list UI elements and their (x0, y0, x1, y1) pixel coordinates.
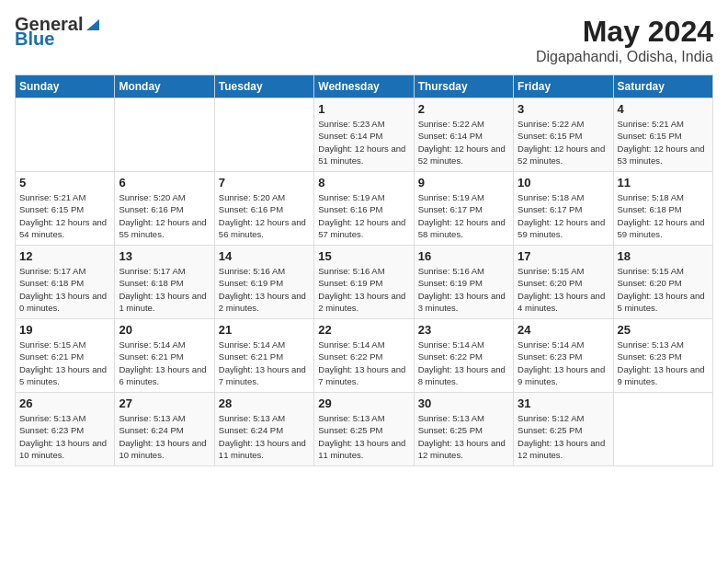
day-cell (214, 98, 313, 172)
week-row-5: 26Sunrise: 5:13 AMSunset: 6:23 PMDayligh… (16, 393, 713, 466)
week-row-2: 5Sunrise: 5:21 AMSunset: 6:15 PMDaylight… (16, 172, 713, 246)
day-cell: 1Sunrise: 5:23 AMSunset: 6:14 PMDaylight… (314, 98, 414, 172)
day-cell: 31Sunrise: 5:12 AMSunset: 6:25 PMDayligh… (514, 393, 613, 466)
day-cell: 25Sunrise: 5:13 AMSunset: 6:23 PMDayligh… (613, 319, 712, 393)
day-number: 3 (518, 102, 609, 116)
logo-blue-text: Blue (15, 29, 101, 48)
day-cell: 4Sunrise: 5:21 AMSunset: 6:15 PMDaylight… (613, 98, 712, 172)
day-cell: 7Sunrise: 5:20 AMSunset: 6:16 PMDaylight… (214, 172, 313, 246)
day-info: Sunrise: 5:13 AMSunset: 6:23 PMDaylight:… (19, 412, 110, 461)
logo: General Blue (15, 15, 101, 48)
day-info: Sunrise: 5:19 AMSunset: 6:16 PMDaylight:… (318, 191, 409, 240)
day-cell (115, 98, 214, 172)
day-cell: 3Sunrise: 5:22 AMSunset: 6:15 PMDaylight… (514, 98, 613, 172)
calendar-header: SundayMondayTuesdayWednesdayThursdayFrid… (16, 75, 713, 98)
title-location: Digapahandi, Odisha, India (536, 49, 713, 65)
day-info: Sunrise: 5:16 AMSunset: 6:19 PMDaylight:… (318, 265, 409, 314)
day-info: Sunrise: 5:13 AMSunset: 6:24 PMDaylight:… (219, 412, 310, 461)
day-cell: 29Sunrise: 5:13 AMSunset: 6:25 PMDayligh… (314, 393, 414, 466)
day-info: Sunrise: 5:21 AMSunset: 6:15 PMDaylight:… (19, 191, 110, 240)
day-number: 31 (518, 396, 609, 410)
day-info: Sunrise: 5:19 AMSunset: 6:17 PMDaylight:… (418, 191, 509, 240)
day-cell: 19Sunrise: 5:15 AMSunset: 6:21 PMDayligh… (16, 319, 115, 393)
header-sunday: Sunday (16, 75, 115, 98)
day-number: 6 (119, 176, 210, 190)
day-number: 13 (119, 249, 210, 263)
day-info: Sunrise: 5:17 AMSunset: 6:18 PMDaylight:… (19, 265, 110, 314)
week-row-4: 19Sunrise: 5:15 AMSunset: 6:21 PMDayligh… (16, 319, 713, 393)
header-thursday: Thursday (414, 75, 513, 98)
day-cell: 17Sunrise: 5:15 AMSunset: 6:20 PMDayligh… (514, 246, 613, 319)
day-number: 16 (418, 249, 509, 263)
header-friday: Friday (514, 75, 613, 98)
day-number: 10 (518, 176, 609, 190)
day-number: 21 (219, 323, 310, 337)
day-cell: 11Sunrise: 5:18 AMSunset: 6:18 PMDayligh… (613, 172, 712, 246)
day-number: 17 (518, 249, 609, 263)
day-info: Sunrise: 5:22 AMSunset: 6:15 PMDaylight:… (518, 118, 609, 167)
day-cell: 28Sunrise: 5:13 AMSunset: 6:24 PMDayligh… (214, 393, 313, 466)
day-info: Sunrise: 5:15 AMSunset: 6:20 PMDaylight:… (618, 265, 709, 314)
day-number: 29 (318, 396, 409, 410)
day-cell: 2Sunrise: 5:22 AMSunset: 6:14 PMDaylight… (414, 98, 513, 172)
day-number: 28 (219, 396, 310, 410)
day-cell: 22Sunrise: 5:14 AMSunset: 6:22 PMDayligh… (314, 319, 414, 393)
day-cell (16, 98, 115, 172)
day-cell: 9Sunrise: 5:19 AMSunset: 6:17 PMDaylight… (414, 172, 513, 246)
day-cell: 14Sunrise: 5:16 AMSunset: 6:19 PMDayligh… (214, 246, 313, 319)
header-tuesday: Tuesday (214, 75, 313, 98)
day-cell: 20Sunrise: 5:14 AMSunset: 6:21 PMDayligh… (115, 319, 214, 393)
day-cell (613, 393, 712, 466)
day-info: Sunrise: 5:22 AMSunset: 6:14 PMDaylight:… (418, 118, 509, 167)
day-info: Sunrise: 5:13 AMSunset: 6:24 PMDaylight:… (119, 412, 210, 461)
day-cell: 8Sunrise: 5:19 AMSunset: 6:16 PMDaylight… (314, 172, 414, 246)
day-cell: 13Sunrise: 5:17 AMSunset: 6:18 PMDayligh… (115, 246, 214, 319)
day-info: Sunrise: 5:14 AMSunset: 6:23 PMDaylight:… (518, 339, 609, 387)
day-cell: 26Sunrise: 5:13 AMSunset: 6:23 PMDayligh… (16, 393, 115, 466)
day-info: Sunrise: 5:14 AMSunset: 6:21 PMDaylight:… (219, 339, 310, 387)
day-number: 23 (418, 323, 509, 337)
day-cell: 15Sunrise: 5:16 AMSunset: 6:19 PMDayligh… (314, 246, 414, 319)
day-cell: 18Sunrise: 5:15 AMSunset: 6:20 PMDayligh… (613, 246, 712, 319)
day-info: Sunrise: 5:20 AMSunset: 6:16 PMDaylight:… (219, 191, 310, 240)
calendar-table: SundayMondayTuesdayWednesdayThursdayFrid… (15, 75, 713, 466)
day-cell: 16Sunrise: 5:16 AMSunset: 6:19 PMDayligh… (414, 246, 513, 319)
day-number: 15 (318, 249, 409, 263)
day-info: Sunrise: 5:23 AMSunset: 6:14 PMDaylight:… (318, 118, 409, 167)
day-info: Sunrise: 5:15 AMSunset: 6:21 PMDaylight:… (19, 339, 110, 387)
day-cell: 23Sunrise: 5:14 AMSunset: 6:22 PMDayligh… (414, 319, 513, 393)
day-number: 11 (618, 176, 709, 190)
day-info: Sunrise: 5:16 AMSunset: 6:19 PMDaylight:… (219, 265, 310, 314)
day-info: Sunrise: 5:16 AMSunset: 6:19 PMDaylight:… (418, 265, 509, 314)
day-number: 25 (618, 323, 709, 337)
day-cell: 10Sunrise: 5:18 AMSunset: 6:17 PMDayligh… (514, 172, 613, 246)
title-block: May 2024 Digapahandi, Odisha, India (536, 15, 713, 65)
day-number: 1 (318, 102, 409, 116)
day-number: 24 (518, 323, 609, 337)
day-cell: 12Sunrise: 5:17 AMSunset: 6:18 PMDayligh… (16, 246, 115, 319)
day-number: 30 (418, 396, 509, 410)
header-row: SundayMondayTuesdayWednesdayThursdayFrid… (16, 75, 713, 98)
day-number: 26 (19, 396, 110, 410)
title-month: May 2024 (536, 15, 713, 49)
day-info: Sunrise: 5:21 AMSunset: 6:15 PMDaylight:… (618, 118, 709, 167)
day-number: 18 (618, 249, 709, 263)
day-cell: 24Sunrise: 5:14 AMSunset: 6:23 PMDayligh… (514, 319, 613, 393)
day-cell: 6Sunrise: 5:20 AMSunset: 6:16 PMDaylight… (115, 172, 214, 246)
day-number: 5 (19, 176, 110, 190)
day-cell: 30Sunrise: 5:13 AMSunset: 6:25 PMDayligh… (414, 393, 513, 466)
day-number: 7 (219, 176, 310, 190)
header-saturday: Saturday (613, 75, 712, 98)
day-number: 2 (418, 102, 509, 116)
day-number: 20 (119, 323, 210, 337)
day-info: Sunrise: 5:12 AMSunset: 6:25 PMDaylight:… (518, 412, 609, 461)
day-number: 8 (318, 176, 409, 190)
day-info: Sunrise: 5:20 AMSunset: 6:16 PMDaylight:… (119, 191, 210, 240)
header-monday: Monday (115, 75, 214, 98)
week-row-3: 12Sunrise: 5:17 AMSunset: 6:18 PMDayligh… (16, 246, 713, 319)
day-number: 4 (618, 102, 709, 116)
calendar-body: 1Sunrise: 5:23 AMSunset: 6:14 PMDaylight… (16, 98, 713, 466)
day-cell: 27Sunrise: 5:13 AMSunset: 6:24 PMDayligh… (115, 393, 214, 466)
header-wednesday: Wednesday (314, 75, 414, 98)
day-info: Sunrise: 5:13 AMSunset: 6:25 PMDaylight:… (318, 412, 409, 461)
